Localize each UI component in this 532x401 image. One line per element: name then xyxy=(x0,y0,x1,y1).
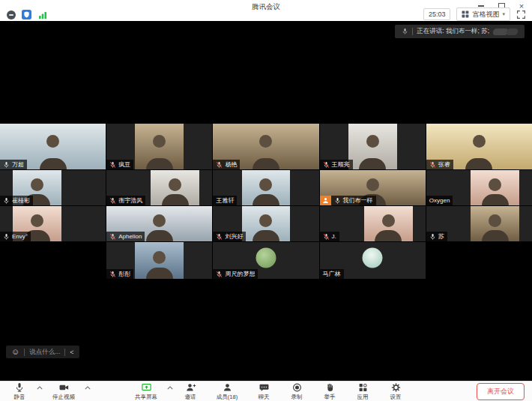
participant-name-text: 周尺的梦想 xyxy=(225,270,255,278)
invite-label: 邀请 xyxy=(185,394,196,401)
participant-name-text: 彤彤 xyxy=(118,270,130,278)
video-tile[interactable]: J. xyxy=(320,206,426,241)
participant-video xyxy=(242,206,291,241)
participant-name-label: Aphelion xyxy=(106,232,145,241)
video-tile[interactable]: 刘兴好 xyxy=(213,206,318,241)
hand-raised-badge xyxy=(320,196,331,205)
mute-label: 静音 xyxy=(14,394,25,401)
mic-muted-icon xyxy=(216,233,223,241)
participant-name-label: 王雅轩 xyxy=(213,196,237,205)
divider xyxy=(24,349,25,356)
collapse-chat-button[interactable]: < xyxy=(70,349,73,356)
speaking-indicator: 正在讲话: 我们布一样; 苏; xyxy=(395,25,525,38)
meeting-timer: 25:03 xyxy=(423,8,451,20)
raise-hand-icon xyxy=(324,382,336,393)
participant-name-text: J. xyxy=(332,233,336,240)
grid-view-label: 宫格视图 xyxy=(472,10,499,19)
leave-meeting-button[interactable]: 离开会议 xyxy=(477,383,525,400)
security-shield-icon xyxy=(22,10,31,19)
chat-quick-bar: ☺ 说点什么... < xyxy=(6,346,79,358)
mic-muted-icon xyxy=(109,233,116,241)
share-options-chevron[interactable] xyxy=(166,382,174,401)
mic-muted-icon xyxy=(216,161,223,169)
participant-name-label: 刘兴好 xyxy=(213,232,246,241)
chat-label: 聊天 xyxy=(259,394,270,401)
apps-label: 应用 xyxy=(357,394,369,401)
video-tile[interactable]: Oxygen xyxy=(426,170,532,205)
video-tile[interactable]: Envy° xyxy=(0,206,106,241)
participant-name-label: 张睿 xyxy=(426,160,453,169)
chevron-down-icon: ▾ xyxy=(502,11,505,17)
video-tile[interactable]: 彤彤 xyxy=(106,242,212,279)
mic-muted-icon xyxy=(109,197,116,205)
invite-button[interactable]: 邀请 xyxy=(175,382,206,401)
mute-button[interactable]: 静音 xyxy=(4,382,35,401)
grid-view-button[interactable]: 宫格视图 ▾ xyxy=(456,7,510,21)
video-tile[interactable]: 王顺亮 xyxy=(320,124,426,169)
meeting-info-icon xyxy=(7,10,16,19)
participant-avatar xyxy=(256,247,276,268)
participant-video xyxy=(135,124,184,169)
participant-name-label: 苏 xyxy=(426,232,447,241)
video-tile[interactable]: 衡宇浩风 xyxy=(106,170,212,205)
record-button[interactable]: 录制 xyxy=(281,382,312,401)
video-tile[interactable]: 马广林 xyxy=(320,242,426,279)
mic-muted-icon xyxy=(429,161,436,169)
video-options-chevron[interactable] xyxy=(84,382,91,401)
screen-share-icon xyxy=(141,382,152,393)
members-label: 成员(18) xyxy=(217,394,238,401)
camera-icon xyxy=(58,382,70,393)
settings-label: 设置 xyxy=(390,394,402,401)
mic-muted-icon xyxy=(216,271,223,278)
video-tile[interactable]: Aphelion xyxy=(106,206,212,241)
stop-video-label: 停止视频 xyxy=(52,394,75,401)
participant-name-label: J. xyxy=(320,232,339,241)
mute-options-chevron[interactable] xyxy=(36,382,43,401)
participant-video xyxy=(135,242,184,279)
video-tile[interactable]: 崔桂彬 xyxy=(0,170,106,205)
chat-input[interactable]: 说点什么... xyxy=(29,348,60,357)
network-signal-button[interactable] xyxy=(37,10,47,19)
participant-name-text: 苏 xyxy=(438,232,444,241)
empty-cell xyxy=(426,242,532,279)
participant-name-label: 崔桂彬 xyxy=(0,196,33,205)
record-label: 录制 xyxy=(291,394,303,401)
grid-view-icon xyxy=(462,10,469,18)
meeting-stage: 正在讲话: 我们布一样; 苏; 万超 xyxy=(0,21,532,381)
gear-icon xyxy=(390,382,402,393)
emoji-button[interactable]: ☺ xyxy=(11,348,19,356)
participant-video xyxy=(364,206,413,241)
video-tile[interactable]: 万超 xyxy=(0,124,106,169)
tencent-meeting-window: 腾讯会议 × 25:03 宫格视图 ▾ xyxy=(0,0,532,401)
share-screen-button[interactable]: 共享屏幕 xyxy=(127,382,166,401)
network-signal-icon xyxy=(38,10,47,19)
video-tile[interactable]: 王雅轩 xyxy=(213,170,318,205)
video-tile[interactable]: 苏 xyxy=(426,206,532,241)
video-tile[interactable]: 杨艳 xyxy=(213,124,318,169)
chat-bubble-icon xyxy=(259,382,270,393)
mic-icon xyxy=(14,382,25,393)
participant-name-text: 崔桂彬 xyxy=(12,196,30,205)
security-guard-button[interactable] xyxy=(22,10,31,19)
participant-name-label: 杨艳 xyxy=(213,160,240,169)
video-tile[interactable]: 张睿 xyxy=(426,124,532,169)
members-button[interactable]: 成员(18) xyxy=(208,382,247,401)
participant-video xyxy=(151,170,199,205)
mic-on-icon xyxy=(3,233,10,241)
chat-button[interactable]: 聊天 xyxy=(248,382,279,401)
person-icon xyxy=(222,382,233,393)
video-tile[interactable]: 我们布一样 xyxy=(320,170,426,205)
meeting-info-button[interactable] xyxy=(6,10,16,19)
fullscreen-button[interactable] xyxy=(516,10,526,19)
stop-video-button[interactable]: 停止视频 xyxy=(44,382,83,401)
participant-avatar xyxy=(363,247,383,268)
video-tile[interactable]: 周尺的梦想 xyxy=(213,242,318,279)
settings-button[interactable]: 设置 xyxy=(380,382,411,401)
participant-name-label: 衡宇浩风 xyxy=(106,196,145,205)
apps-button[interactable]: 应用 xyxy=(347,382,378,401)
raise-hand-button[interactable]: 举手 xyxy=(314,382,345,401)
apps-grid-icon xyxy=(357,382,369,393)
raise-hand-label: 举手 xyxy=(324,394,336,401)
mic-on-icon xyxy=(3,161,10,169)
video-tile[interactable]: 疯豆 xyxy=(106,124,212,169)
